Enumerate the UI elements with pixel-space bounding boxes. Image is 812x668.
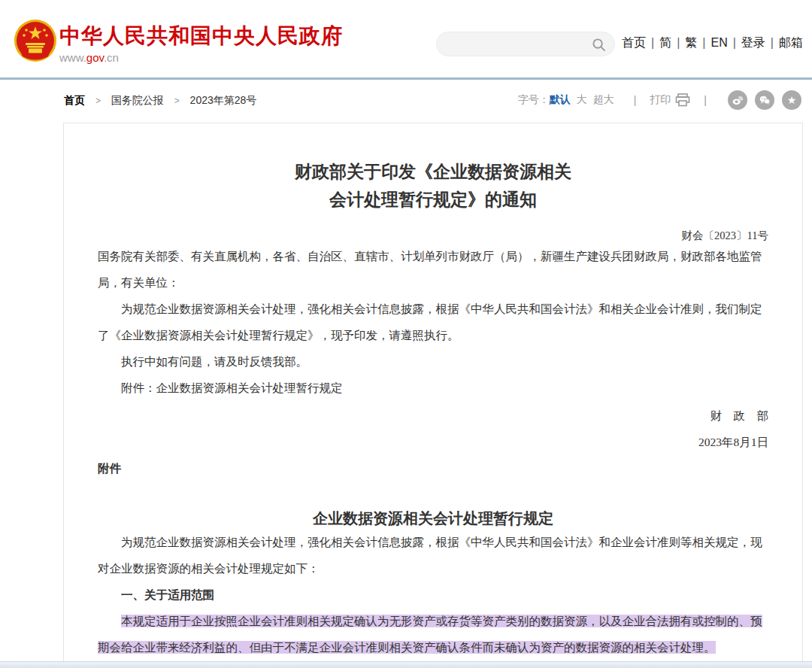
section-1-heading: 一、关于适用范围	[98, 581, 768, 608]
site-header: 中华人民共和国中央人民政府 www.gov.cn 首页|简|繁|EN|登录|邮箱	[0, 0, 812, 77]
toolbar-divider: |	[704, 94, 707, 106]
search-box	[436, 32, 615, 56]
nav-separator: |	[771, 36, 774, 49]
body-paragraph-2: 执行中如有问题，请及时反馈我部。	[98, 348, 768, 375]
body-paragraph-1: 为规范企业数据资源相关会计处理，强化相关会计信息披露，根据《中华人民共和国会计法…	[98, 296, 768, 348]
breadcrumb-separator: >	[95, 96, 101, 106]
document-title: 财政部关于印发《企业数据资源相关 会计处理暂行规定》的通知	[98, 158, 768, 214]
regulation-intro-paragraph: 为规范企业数据资源相关会计处理，强化相关会计信息披露，根据《中华人民共和国会计法…	[98, 529, 768, 581]
nav-mail[interactable]: 邮箱	[779, 36, 803, 49]
url-cn: .cn	[104, 51, 119, 64]
breadcrumb-toolbar-row: 首页 > 国务院公报 > 2023年第28号 字号： 默认 大 超大 | 打印 …	[0, 80, 812, 123]
highlight-selection: 本规定适用于企业按照企业会计准则相关规定确认为无形资产或存货等资产类别的数据资源…	[98, 615, 762, 654]
page-toolbar: 字号： 默认 大 超大 | 打印 |	[518, 90, 801, 110]
breadcrumb-separator: >	[174, 96, 180, 106]
url-www: www.	[59, 51, 86, 64]
nav-traditional[interactable]: 繁	[685, 36, 697, 49]
attachment-reference: 附件：企业数据资源相关会计处理暂行规定	[98, 375, 768, 401]
attachment-label: 附件	[98, 455, 768, 481]
nav-separator: |	[651, 36, 654, 49]
site-title: 中华人民共和国中央人民政府	[59, 25, 343, 47]
bottom-section-edge	[0, 661, 812, 668]
breadcrumb-gazette[interactable]: 国务院公报	[111, 94, 164, 106]
print-label: 打印	[650, 93, 671, 107]
breadcrumb-home[interactable]: 首页	[64, 94, 85, 106]
addressee-paragraph: 国务院有关部委、有关直属机构，各省、自治区、直辖市、计划单列市财政厅（局），新疆…	[98, 243, 768, 296]
signature-ministry: 财 政 部	[98, 402, 768, 429]
document-title-line2: 会计处理暂行规定》的通知	[98, 186, 768, 214]
document-number: 财会〔2023〕11号	[98, 229, 768, 243]
weibo-share-icon[interactable]	[728, 90, 747, 110]
top-nav: 首页|简|繁|EN|登录|邮箱	[622, 35, 803, 51]
favorite-star-icon[interactable]: ★	[782, 90, 801, 110]
nav-home[interactable]: 首页	[622, 36, 646, 49]
site-url: www.gov.cn	[59, 51, 343, 64]
document-panel: 财政部关于印发《企业数据资源相关 会计处理暂行规定》的通知 财会〔2023〕11…	[63, 123, 803, 668]
breadcrumb-current: 2023年第28号	[190, 94, 257, 106]
signature-date: 2023年8月1日	[98, 429, 768, 455]
url-gov: gov	[86, 51, 104, 64]
font-size-label: 字号：	[518, 93, 550, 107]
national-emblem-logo	[14, 19, 57, 62]
nav-separator: |	[702, 36, 705, 49]
font-size-large-button[interactable]: 大	[577, 93, 587, 107]
nav-simplified[interactable]: 简	[659, 36, 671, 49]
print-button[interactable]: 打印	[650, 93, 690, 107]
search-icon[interactable]	[592, 38, 606, 52]
breadcrumb: 首页 > 国务院公报 > 2023年第28号	[64, 94, 256, 108]
nav-separator: |	[677, 36, 680, 49]
nav-separator: |	[733, 36, 736, 49]
document-title-line1: 财政部关于印发《企业数据资源相关	[98, 158, 768, 186]
signature-block: 财 政 部 2023年8月1日	[98, 402, 768, 455]
nav-english[interactable]: EN	[710, 36, 727, 49]
highlighted-paragraph: 本规定适用于企业按照企业会计准则相关规定确认为无形资产或存货等资产类别的数据资源…	[98, 608, 768, 660]
wechat-share-icon[interactable]	[755, 90, 774, 110]
toolbar-divider: |	[634, 94, 637, 106]
font-size-xlarge-button[interactable]: 超大	[593, 93, 614, 107]
search-input[interactable]	[447, 32, 583, 56]
font-size-default-button[interactable]: 默认	[550, 93, 571, 107]
print-icon	[675, 93, 690, 107]
attachment-title: 企业数据资源相关会计处理暂行规定	[98, 509, 768, 529]
site-brand: 中华人民共和国中央人民政府 www.gov.cn	[59, 25, 343, 64]
nav-login[interactable]: 登录	[741, 36, 765, 49]
